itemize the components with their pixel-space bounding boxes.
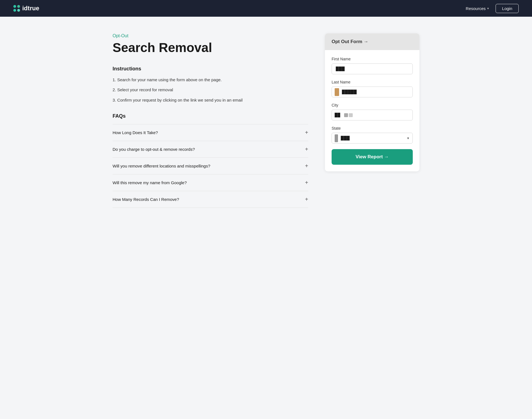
faq-expand-icon-1: + xyxy=(305,146,308,152)
form-header-title: Opt Out Form → xyxy=(332,39,368,45)
last-name-label: Last Name xyxy=(332,80,413,84)
logo-dot-br xyxy=(17,9,20,12)
city-input-wrapper xyxy=(332,110,413,120)
right-column: Opt Out Form → First Name Last Name xyxy=(325,33,419,171)
faq-item-2[interactable]: Will you remove different locations and … xyxy=(113,157,308,174)
logo-dots xyxy=(13,5,20,12)
last-name-group: Last Name xyxy=(332,80,413,97)
state-select[interactable]: ███ xyxy=(338,134,407,143)
city-label: City xyxy=(332,103,413,107)
city-group: City xyxy=(332,103,413,120)
state-label: State xyxy=(332,126,413,130)
last-name-input-wrapper xyxy=(332,87,413,97)
opt-out-label: Opt-Out xyxy=(113,33,308,38)
faq-item-0[interactable]: How Long Does It Take? + xyxy=(113,124,308,141)
logo-dot-tr xyxy=(17,5,20,8)
city-block-1 xyxy=(344,113,348,117)
faq-item-1[interactable]: Do you charge to opt-out & remove record… xyxy=(113,141,308,157)
view-report-button[interactable]: View Report → xyxy=(332,149,413,165)
faq-expand-icon-0: + xyxy=(305,129,308,136)
instruction-1: 1. Search for your name using the form a… xyxy=(113,77,308,83)
navbar-right: Resources ▾ Login xyxy=(466,4,519,13)
faq-question-0: How Long Does It Take? xyxy=(113,130,158,135)
first-name-label: First Name xyxy=(332,57,413,61)
opt-out-form-card: Opt Out Form → First Name Last Name xyxy=(325,33,419,171)
instruction-2: 2. Select your record for removal xyxy=(113,87,308,93)
page-title: Search Removal xyxy=(113,41,308,55)
left-column: Opt-Out Search Removal Instructions 1. S… xyxy=(113,33,308,208)
faq-section: FAQs How Long Does It Take? + Do you cha… xyxy=(113,113,308,208)
state-color-block xyxy=(335,134,338,142)
first-name-group: First Name xyxy=(332,57,413,74)
navbar: idtrue Resources ▾ Login xyxy=(0,0,532,17)
instructions-heading: Instructions xyxy=(113,66,308,72)
login-button[interactable]: Login xyxy=(496,4,519,13)
faq-question-2: Will you remove different locations and … xyxy=(113,164,210,168)
logo-dot-tl xyxy=(13,5,16,8)
faq-expand-icon-2: + xyxy=(305,163,308,169)
city-input[interactable] xyxy=(332,110,343,120)
faq-question-4: How Many Records Can I Remove? xyxy=(113,197,179,202)
faq-item-4[interactable]: How Many Records Can I Remove? + xyxy=(113,191,308,208)
resources-label: Resources xyxy=(466,6,486,11)
faq-question-3: Will this remove my name from Google? xyxy=(113,180,187,185)
city-color-blocks xyxy=(344,113,353,117)
logo-dot-bl xyxy=(13,9,16,12)
faq-heading: FAQs xyxy=(113,113,308,119)
instruction-3: 3. Confirm your request by clicking on t… xyxy=(113,97,308,103)
brand-logo[interactable]: idtrue xyxy=(13,5,39,12)
brand-name: idtrue xyxy=(22,5,39,12)
city-block-2 xyxy=(349,113,353,117)
faq-question-1: Do you charge to opt-out & remove record… xyxy=(113,147,195,152)
state-input-wrapper: ███ ▾ xyxy=(332,133,413,144)
form-header: Opt Out Form → xyxy=(325,33,419,50)
state-group: State ███ ▾ xyxy=(332,126,413,144)
main-content: Opt-Out Search Removal Instructions 1. S… xyxy=(99,17,433,225)
first-name-input[interactable] xyxy=(332,63,413,74)
form-body: First Name Last Name City xyxy=(325,50,419,171)
state-chevron-icon: ▾ xyxy=(407,136,409,140)
instructions-section: Instructions 1. Search for your name usi… xyxy=(113,66,308,103)
faq-expand-icon-4: + xyxy=(305,196,308,203)
resources-chevron-icon: ▾ xyxy=(487,7,489,10)
resources-menu[interactable]: Resources ▾ xyxy=(466,6,489,11)
last-name-input[interactable] xyxy=(339,87,412,97)
faq-expand-icon-3: + xyxy=(305,179,308,186)
last-name-color-block xyxy=(335,88,339,96)
faq-item-3[interactable]: Will this remove my name from Google? + xyxy=(113,174,308,191)
